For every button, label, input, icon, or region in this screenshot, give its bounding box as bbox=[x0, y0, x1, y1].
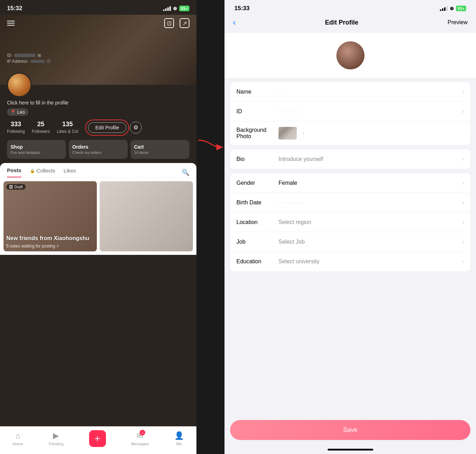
bio-chevron: › bbox=[462, 156, 464, 162]
phone-right: 15:33 ⊛ 81+ ‹ Edit Profile Preview Name … bbox=[224, 0, 476, 454]
bio-value: Introduce yourself bbox=[279, 156, 460, 162]
bottom-nav: ⌂ Home ▶ Trending + ✉ 1 Messages 👤 Me bbox=[0, 426, 196, 454]
arrow-svg bbox=[196, 0, 224, 454]
orders-title: Orders bbox=[72, 144, 124, 150]
add-button[interactable]: + bbox=[89, 430, 106, 447]
shop-button[interactable]: Shop Fun and fantastic bbox=[7, 140, 66, 159]
signal-icon-right bbox=[440, 6, 448, 11]
settings-button[interactable]: ⚙ bbox=[130, 122, 142, 134]
shop-sub: Fun and fantastic bbox=[11, 150, 62, 155]
orders-sub: Check my orders bbox=[72, 150, 124, 155]
trending-label: Trending bbox=[48, 442, 63, 446]
profile-section: Click here to fill in the profile 📍 Leo … bbox=[0, 73, 196, 159]
cart-title: Cart bbox=[134, 144, 186, 150]
posts-section: Posts 🔒 Collects Likes 🔍 🖼 Draft New fri… bbox=[0, 163, 196, 255]
header-title: Edit Profile bbox=[325, 19, 358, 26]
likes-count: 135 bbox=[57, 121, 78, 128]
tab-collects[interactable]: 🔒 Collects bbox=[30, 168, 55, 177]
bio-label: Bio bbox=[236, 156, 279, 162]
education-label: Education bbox=[236, 258, 279, 265]
bg-photo-thumbnail bbox=[279, 127, 297, 140]
name-chevron: › bbox=[462, 89, 464, 95]
qr-icon[interactable]: ⊡ bbox=[164, 18, 174, 28]
stat-likes[interactable]: 135 Likes & Col bbox=[57, 121, 78, 134]
form-section-2: Bio Introduce yourself › bbox=[230, 149, 470, 169]
id-label: ID· bbox=[7, 53, 12, 58]
form-row-education[interactable]: Education Select university › bbox=[230, 252, 470, 271]
edit-avatar[interactable] bbox=[336, 41, 364, 69]
me-label: Me bbox=[176, 442, 182, 446]
education-chevron: › bbox=[462, 258, 464, 265]
me-icon: 👤 bbox=[174, 431, 184, 440]
search-icon[interactable]: 🔍 bbox=[182, 169, 189, 176]
form-section-3: Gender Female › Birth Date ··········· ›… bbox=[230, 173, 470, 271]
nav-trending[interactable]: ▶ Trending bbox=[48, 431, 63, 446]
post-card-0[interactable]: 🖼 Draft New friends from Xiaohongshu 5 n… bbox=[4, 181, 97, 251]
back-button[interactable]: ‹ bbox=[233, 18, 236, 27]
form-row-name[interactable]: Name ··· › bbox=[230, 82, 470, 102]
form-row-gender[interactable]: Gender Female › bbox=[230, 173, 470, 193]
posts-tabs: Posts 🔒 Collects Likes 🔍 bbox=[0, 163, 196, 178]
status-bar-left: 15:32 ⊛ 81+ bbox=[0, 0, 196, 15]
birthdate-label: Birth Date bbox=[236, 199, 279, 206]
id-form-label: ID bbox=[236, 108, 279, 115]
menu-button[interactable] bbox=[7, 21, 15, 26]
save-button[interactable]: Save bbox=[230, 420, 470, 440]
job-value: Select Job bbox=[279, 239, 460, 245]
form-row-bio[interactable]: Bio Introduce yourself › bbox=[230, 149, 470, 169]
preview-button[interactable]: Preview bbox=[448, 19, 468, 26]
tab-posts[interactable]: Posts bbox=[7, 167, 21, 177]
edit-profile-wrapper: Edit Profile bbox=[88, 122, 127, 133]
following-count: 333 bbox=[7, 121, 25, 128]
job-label: Job bbox=[236, 239, 279, 245]
form-row-birthdate[interactable]: Birth Date ··········· › bbox=[230, 193, 470, 212]
ip-label: IP Address: bbox=[7, 59, 28, 64]
fill-profile-text[interactable]: Click here to fill in the profile bbox=[7, 100, 189, 106]
messages-icon: ✉ 1 bbox=[137, 431, 143, 440]
posts-grid: 🖼 Draft New friends from Xiaohongshu 5 n… bbox=[0, 178, 196, 255]
birthdate-value: ··········· bbox=[279, 200, 460, 205]
location-label: Location bbox=[236, 219, 279, 225]
message-badge: 1 bbox=[140, 430, 145, 435]
post-title: New friends from Xiaohongshu bbox=[6, 235, 94, 242]
nav-me[interactable]: 👤 Me bbox=[174, 431, 184, 446]
bg-chevron: › bbox=[302, 130, 304, 136]
draft-badge: 🖼 Draft bbox=[6, 184, 26, 190]
cart-button[interactable]: Cart 14 items bbox=[130, 140, 189, 159]
home-label: Home bbox=[13, 442, 23, 446]
messages-label: Messages bbox=[131, 442, 149, 446]
id-chevron: › bbox=[462, 108, 464, 115]
share-icon[interactable]: ↗ bbox=[180, 18, 189, 28]
following-label: Following bbox=[7, 129, 25, 134]
post-card-1[interactable] bbox=[100, 181, 193, 251]
bg-photo-label: Background Photo bbox=[236, 127, 279, 140]
pin-icon: 📍 bbox=[11, 110, 16, 115]
gender-value: Female bbox=[279, 180, 460, 186]
nav-messages[interactable]: ✉ 1 Messages bbox=[131, 431, 149, 446]
stat-following[interactable]: 333 Following bbox=[7, 121, 25, 134]
battery-icon-right: 81+ bbox=[456, 6, 466, 11]
action-buttons: Shop Fun and fantastic Orders Check my o… bbox=[7, 140, 189, 159]
name-label: Name bbox=[236, 89, 279, 95]
id-value: ·········· bbox=[279, 109, 460, 114]
time-left: 15:32 bbox=[7, 5, 22, 12]
nav-home[interactable]: ⌂ Home bbox=[13, 431, 23, 446]
edit-profile-header: ‹ Edit Profile Preview bbox=[224, 15, 476, 33]
form-row-job[interactable]: Job Select Job › bbox=[230, 232, 470, 252]
tab-likes[interactable]: Likes bbox=[63, 168, 76, 177]
wifi-icon-right: ⊛ bbox=[450, 6, 454, 11]
orders-button[interactable]: Orders Check my orders bbox=[69, 140, 128, 159]
cart-sub: 14 items bbox=[134, 150, 186, 155]
save-btn-container: Save bbox=[230, 420, 470, 440]
avatar[interactable] bbox=[7, 73, 32, 97]
form-row-id[interactable]: ID ·········· › bbox=[230, 102, 470, 121]
education-value: Select university bbox=[279, 258, 460, 265]
form-row-location[interactable]: Location Select region › bbox=[230, 212, 470, 232]
stat-followers[interactable]: 25 Followers bbox=[32, 121, 50, 134]
home-icon: ⌂ bbox=[15, 431, 20, 440]
edit-avatar-section bbox=[224, 33, 476, 78]
job-chevron: › bbox=[462, 239, 464, 245]
highlight-box bbox=[85, 120, 129, 136]
time-right: 15:33 bbox=[234, 5, 249, 12]
form-row-background[interactable]: Background Photo › bbox=[230, 121, 470, 145]
